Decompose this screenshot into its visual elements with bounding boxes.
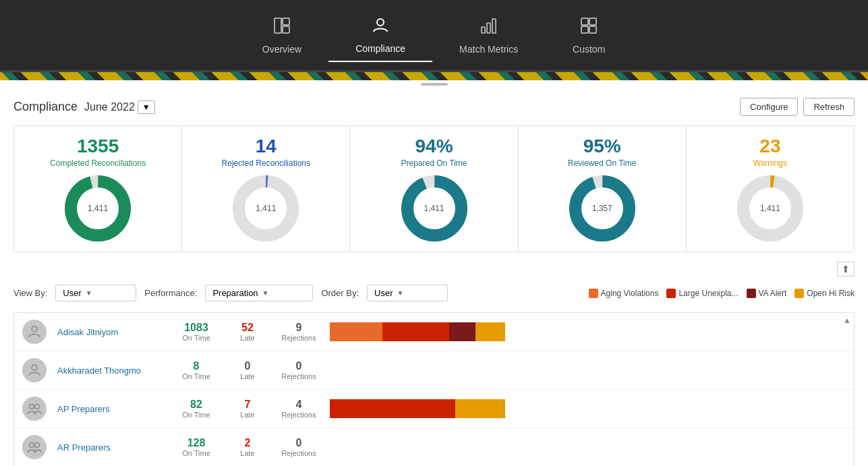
order-by-dropdown[interactable]: User ▼ (367, 285, 448, 301)
svg-rect-9 (581, 26, 588, 33)
metric-card-1[interactable]: 14 Rejected Reconciliations 1,411 (182, 126, 350, 252)
date-label: June 2022 (84, 101, 135, 113)
table-area: Adisak Jitniyom 1083 On Time 52 Late 9 R… (13, 312, 855, 466)
metric-card-2[interactable]: 94% Prepared On Time 1,411 (350, 126, 518, 252)
legend-dot-0 (589, 289, 598, 298)
rejections-label: Rejections (281, 334, 316, 342)
bar-chart (330, 322, 505, 341)
rejections-value: 0 (296, 437, 302, 449)
metric-label-4: Warnings (753, 158, 787, 168)
header-row: Compliance June 2022 ▼ Configure Refresh (13, 98, 855, 116)
user-name[interactable]: Adisak Jitniyom (57, 327, 165, 337)
svg-rect-7 (581, 18, 588, 25)
view-by-value: User (63, 288, 81, 298)
metric-card-4[interactable]: 23 Warnings 1,411 (687, 126, 854, 252)
svg-point-30 (30, 443, 34, 448)
stat-on-time: 1083 On Time (176, 322, 216, 342)
scroll-indicator[interactable]: ▲ (843, 316, 851, 325)
rejections-label: Rejections (281, 372, 316, 380)
expand-icon[interactable]: ⬆ (837, 262, 855, 276)
svg-rect-0 (274, 18, 281, 33)
view-by-dropdown[interactable]: User ▼ (55, 285, 136, 301)
late-label: Late (240, 334, 254, 342)
date-selector: June 2022 ▼ (84, 100, 155, 114)
custom-icon (579, 16, 598, 40)
bar-segment-0 (330, 399, 455, 418)
donut-1: 1,411 (232, 175, 299, 242)
date-dropdown-button[interactable]: ▼ (138, 100, 155, 114)
svg-rect-4 (482, 27, 485, 33)
header-left: Compliance June 2022 ▼ (13, 100, 155, 114)
svg-rect-8 (589, 18, 596, 25)
metric-value-3: 95% (583, 136, 621, 157)
metric-card-0[interactable]: 1355 Completed Reconciliations 1,411 (14, 126, 182, 252)
nav-item-compliance[interactable]: Compliance (328, 9, 432, 62)
table-row: Akkharadet Thongmo 8 On Time 0 Late 0 Re… (14, 351, 854, 390)
metric-label-3: Reviewed On Time (568, 158, 636, 168)
metric-label-0: Completed Reconciliations (50, 158, 146, 168)
metric-value-4: 23 (759, 136, 780, 157)
stat-late: 2 Late (227, 437, 268, 457)
decorative-band (0, 72, 868, 80)
stat-on-time: 8 On Time (176, 360, 216, 380)
svg-rect-10 (589, 26, 596, 33)
late-value: 52 (241, 322, 254, 334)
metric-card-3[interactable]: 95% Reviewed On Time 1,357 (519, 126, 687, 252)
nav-item-custom[interactable]: Custom (545, 9, 633, 61)
late-value: 0 (245, 360, 251, 372)
view-by-caret: ▼ (86, 289, 92, 297)
donut-0: 1,411 (64, 175, 132, 242)
metric-label-1: Rejected Reconciliations (222, 158, 310, 168)
stat-late: 7 Late (227, 399, 268, 419)
performance-dropdown[interactable]: Preparation ▼ (205, 285, 313, 301)
legend-label-3: Open Hi Risk (807, 289, 855, 298)
legend-label-2: VA Alert (759, 289, 787, 298)
legend: Aging Violations Large Unexpla... VA Ale… (589, 289, 855, 298)
late-value: 7 (245, 399, 251, 411)
user-avatar (22, 320, 47, 344)
table-row: AP Preparers 82 On Time 7 Late 4 Rejecti… (14, 390, 854, 428)
stat-rejections: 9 Rejections (279, 322, 319, 342)
user-name[interactable]: AP Preparers (57, 404, 165, 414)
legend-dot-3 (794, 289, 804, 298)
stat-rejections: 0 Rejections (279, 437, 319, 457)
nav-label-match-metrics: Match Metrics (459, 44, 518, 55)
user-name[interactable]: Akkharadet Thongmo (57, 366, 165, 376)
nav-item-match-metrics[interactable]: Match Metrics (432, 9, 545, 61)
donut-center-2: 1,411 (424, 204, 444, 213)
legend-item-1: Large Unexpla... (666, 289, 738, 298)
nav-item-overview[interactable]: Overview (235, 9, 328, 61)
rejections-label: Rejections (281, 449, 316, 457)
overview-icon (272, 16, 291, 40)
on-time-label: On Time (182, 334, 210, 342)
user-avatar (22, 397, 47, 421)
svg-point-27 (32, 365, 37, 370)
bar-segment-2 (449, 322, 475, 341)
stat-on-time: 128 On Time (176, 437, 216, 457)
legend-item-2: VA Alert (747, 289, 787, 298)
user-name[interactable]: AR Preparers (57, 442, 165, 453)
top-navigation: Overview Compliance Match Metrics (0, 0, 868, 72)
stat-rejections: 4 Rejections (279, 399, 319, 419)
performance-value: Preparation (212, 288, 258, 298)
view-controls: View By: User ▼ Performance: Preparation… (13, 279, 855, 307)
bar-segment-1 (455, 399, 505, 418)
metric-label-2: Prepared On Time (401, 158, 467, 168)
svg-rect-5 (487, 23, 490, 33)
svg-point-26 (32, 326, 37, 332)
bar-segment-1 (382, 322, 449, 341)
svg-rect-1 (283, 18, 289, 25)
stat-rejections: 0 Rejections (279, 360, 319, 380)
table-scroll[interactable]: Adisak Jitniyom 1083 On Time 52 Late 9 R… (14, 313, 854, 466)
svg-rect-2 (283, 26, 289, 33)
configure-button[interactable]: Configure (740, 98, 798, 116)
svg-rect-6 (492, 19, 496, 33)
page-title: Compliance (13, 100, 78, 114)
donut-center-1: 1,411 (256, 204, 276, 213)
legend-dot-1 (666, 289, 676, 298)
header-right: Configure Refresh (740, 98, 855, 116)
main-content: Compliance June 2022 ▼ Configure Refresh… (0, 88, 868, 466)
nav-label-compliance: Compliance (355, 43, 405, 54)
view-by-label: View By: (13, 288, 47, 298)
refresh-button[interactable]: Refresh (803, 98, 855, 116)
